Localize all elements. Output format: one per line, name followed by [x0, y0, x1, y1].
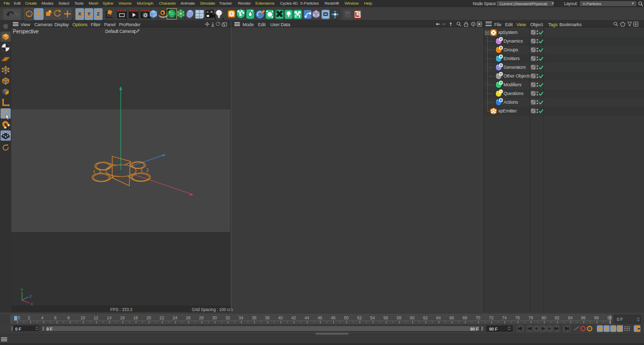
svg-text:Y: Y [21, 288, 24, 292]
svg-text:Y: Y [88, 11, 91, 16]
svg-text:Z: Z [97, 11, 99, 16]
svg-text:X: X [78, 11, 82, 16]
svg-text:X: X [30, 302, 33, 306]
svg-text:P: P [618, 327, 621, 331]
svg-text:Z: Z [29, 294, 32, 299]
